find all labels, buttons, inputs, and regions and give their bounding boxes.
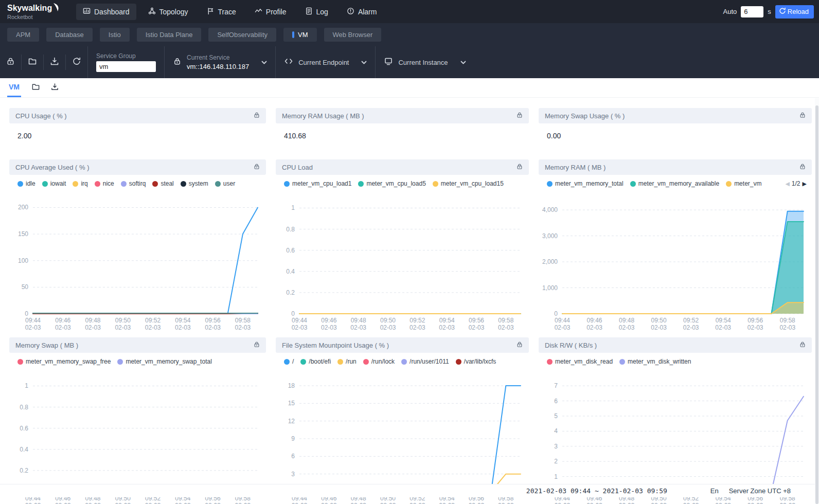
export-dashboard-button[interactable]	[44, 46, 65, 78]
legend-item[interactable]: meter_vm_memory_swap_free	[17, 358, 111, 365]
memory-ram-chart[interactable]: 01,0002,0003,0004,00009:4402-0309:4602-0…	[539, 192, 812, 336]
template-tab-vm[interactable]: VM	[283, 28, 317, 42]
timezone-selector[interactable]: Server Zone UTC +8	[729, 487, 791, 495]
export-tab-button[interactable]	[50, 82, 59, 93]
auto-reload-controls: Auto s Reload	[723, 5, 814, 19]
legend-item[interactable]: meter_vm_memory_available	[630, 180, 719, 187]
template-tab-apm[interactable]: APM	[7, 28, 39, 42]
current-endpoint-selector[interactable]: Current Endpoint	[275, 46, 375, 78]
lock-icon[interactable]	[254, 111, 260, 120]
template-tab-selfobservability[interactable]: SelfObservability	[208, 28, 276, 42]
tab-vm[interactable]: VM	[7, 78, 21, 97]
lock-icon[interactable]	[254, 163, 260, 172]
svg-text:4,000: 4,000	[542, 206, 558, 213]
svg-text:1: 1	[25, 382, 28, 389]
nav-item-profile[interactable]: Profile	[248, 4, 293, 20]
cpu-average-used-chart[interactable]: 05010015020009:4402-0309:4602-0309:4802-…	[9, 192, 266, 336]
legend-item[interactable]: idle	[17, 180, 35, 187]
reload-button[interactable]: Reload	[775, 5, 814, 19]
legend-item[interactable]: /	[284, 358, 294, 365]
template-tab-istio[interactable]: Istio	[100, 28, 130, 42]
import-dashboard-button[interactable]	[22, 46, 43, 78]
legend-item[interactable]: /var/lib/lxcfs	[456, 358, 496, 365]
legend-item[interactable]: meter_vm_cpu_load5	[358, 180, 425, 187]
import-tab-button[interactable]	[31, 82, 40, 93]
vertical-scrollbar[interactable]	[815, 98, 819, 504]
lock-icon[interactable]	[799, 340, 806, 350]
legend-item[interactable]: meter_vm	[726, 180, 761, 187]
refresh-button[interactable]	[66, 46, 87, 78]
legend-item[interactable]: user	[215, 180, 235, 187]
template-tab-database[interactable]: Database	[46, 28, 93, 42]
legend-item[interactable]: irq	[73, 180, 87, 187]
topology-icon	[148, 7, 156, 16]
lock-icon[interactable]	[517, 111, 523, 120]
current-instance-selector[interactable]: Current Instance	[375, 46, 474, 78]
legend-item[interactable]: /run/user/1011	[401, 358, 449, 365]
nav-label: Trace	[218, 8, 236, 16]
nav-item-trace[interactable]: Trace	[200, 4, 243, 20]
card-title: Memory Swap Usage ( % )	[545, 112, 625, 120]
service-icon	[173, 57, 182, 68]
nav-item-topology[interactable]: Topology	[141, 4, 195, 20]
legend-item[interactable]: /run/lock	[363, 358, 395, 365]
dashboard-icon	[83, 7, 91, 16]
legend-item[interactable]: system	[181, 180, 208, 187]
svg-text:7: 7	[554, 382, 558, 389]
svg-text:1,000: 1,000	[542, 284, 558, 292]
svg-text:9: 9	[291, 435, 295, 442]
metric-cards-row: CPU Usage ( % ) 2.00 Memory RAM Usage ( …	[0, 108, 819, 153]
lock-icon[interactable]	[517, 163, 523, 172]
legend-item[interactable]: softirq	[121, 180, 146, 187]
lock-icon[interactable]	[799, 163, 806, 172]
trace-icon	[207, 7, 215, 16]
svg-text:09:4802-03: 09:4802-03	[350, 317, 366, 331]
legend-item[interactable]: meter_vm_memory_swap_total	[117, 358, 211, 365]
legend-item[interactable]: iowait	[42, 180, 66, 187]
legend-pagination[interactable]: ◀1/2▶	[783, 175, 807, 192]
logo[interactable]: Skywalking Rocketbot	[7, 3, 69, 20]
svg-text:0.6: 0.6	[286, 247, 295, 254]
card-title: Memory RAM ( MB )	[545, 164, 606, 171]
legend-next-icon[interactable]: ▶	[803, 181, 807, 187]
service-group-input[interactable]	[96, 61, 156, 72]
legend-item[interactable]: meter_vm_disk_read	[547, 358, 613, 365]
nav-item-alarm[interactable]: Alarm	[340, 4, 384, 20]
time-range-picker[interactable]: 2021-02-03 09:44 ~ 2021-02-03 09:59	[526, 487, 667, 495]
svg-text:0.8: 0.8	[286, 226, 295, 233]
legend-item[interactable]: meter_vm_cpu_load1	[284, 180, 351, 187]
lock-icon[interactable]	[799, 111, 806, 120]
scrollbar-thumb[interactable]	[815, 105, 818, 504]
current-service-selector[interactable]: Current Service vm::146.148.110.187	[164, 46, 275, 78]
legend-item[interactable]: nice	[95, 180, 114, 187]
language-selector[interactable]: En	[710, 487, 719, 495]
svg-text:0: 0	[25, 310, 28, 317]
legend-color-dot	[619, 359, 625, 365]
svg-text:09:5402-03: 09:5402-03	[439, 317, 455, 331]
legend-item[interactable]: meter_vm_memory_total	[547, 180, 624, 187]
profile-icon	[255, 7, 262, 16]
svg-text:09:4602-03: 09:4602-03	[321, 317, 337, 331]
legend-item[interactable]: /boot/efi	[300, 358, 331, 365]
legend-prev-icon[interactable]: ◀	[785, 181, 789, 187]
legend-item[interactable]: meter_vm_cpu_load15	[433, 180, 504, 187]
auto-reload-interval-input[interactable]	[741, 6, 763, 17]
legend-item[interactable]: steal	[152, 180, 173, 187]
nav-item-dashboard[interactable]: Dashboard	[76, 4, 136, 20]
cpu-load-chart[interactable]: 00.20.40.60.8109:4402-0309:4602-0309:480…	[276, 192, 529, 336]
lock-icon[interactable]	[254, 340, 260, 350]
svg-text:09:5002-03: 09:5002-03	[380, 317, 396, 331]
template-tab-web-browser[interactable]: Web Browser	[324, 28, 382, 42]
svg-text:09:5402-03: 09:5402-03	[175, 317, 191, 331]
nav-item-log[interactable]: Log	[298, 4, 335, 20]
legend-item[interactable]: /run	[337, 358, 357, 365]
card-title: Memory Swap ( MB )	[15, 341, 78, 349]
template-tab-istio-data-plane[interactable]: Istio Data Plane	[137, 28, 202, 42]
legend-item[interactable]: meter_vm_disk_written	[619, 358, 691, 365]
lock-icon[interactable]	[517, 340, 523, 350]
svg-text:09:5802-03: 09:5802-03	[779, 317, 795, 331]
svg-text:0.4: 0.4	[286, 268, 295, 275]
auto-unit-label: s	[768, 8, 771, 15]
lock-templates-button[interactable]	[0, 46, 21, 78]
reload-icon	[779, 7, 786, 16]
